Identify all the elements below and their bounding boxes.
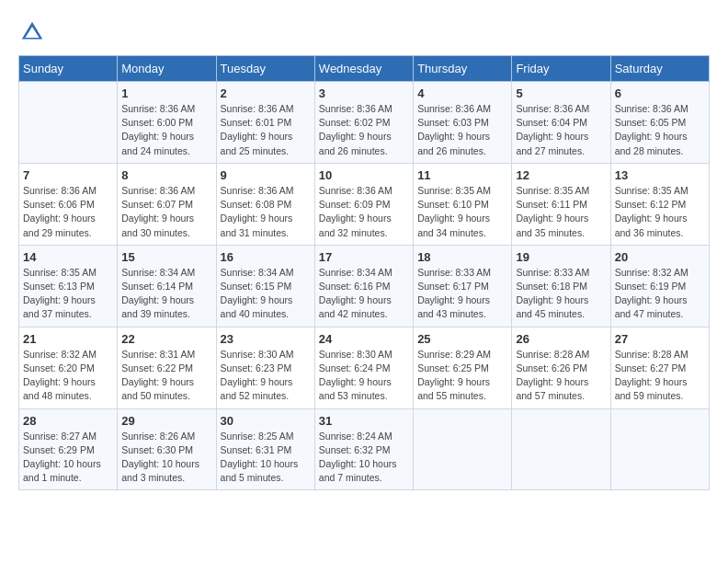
- calendar-cell: 11Sunrise: 8:35 AM Sunset: 6:10 PM Dayli…: [414, 163, 512, 245]
- calendar-cell: 1Sunrise: 8:36 AM Sunset: 6:00 PM Daylig…: [118, 82, 216, 164]
- day-number: 3: [319, 86, 409, 100]
- calendar-cell: 29Sunrise: 8:26 AM Sunset: 6:30 PM Dayli…: [118, 408, 216, 490]
- calendar-cell: 25Sunrise: 8:29 AM Sunset: 6:25 PM Dayli…: [414, 327, 512, 408]
- weekday-header-monday: Monday: [118, 56, 216, 82]
- day-info: Sunrise: 8:36 AM Sunset: 6:09 PM Dayligh…: [319, 184, 409, 240]
- day-info: Sunrise: 8:25 AM Sunset: 6:31 PM Dayligh…: [221, 430, 311, 486]
- calendar-cell: 26Sunrise: 8:28 AM Sunset: 6:26 PM Dayli…: [512, 327, 610, 408]
- day-info: Sunrise: 8:36 AM Sunset: 6:04 PM Dayligh…: [516, 102, 606, 158]
- weekday-header-tuesday: Tuesday: [216, 56, 314, 82]
- calendar-cell: [414, 408, 512, 490]
- weekday-header-saturday: Saturday: [610, 56, 709, 82]
- day-number: 23: [221, 332, 311, 346]
- day-number: 21: [23, 332, 113, 346]
- calendar-cell: 5Sunrise: 8:36 AM Sunset: 6:04 PM Daylig…: [512, 82, 610, 164]
- day-number: 14: [23, 250, 113, 264]
- day-info: Sunrise: 8:27 AM Sunset: 6:29 PM Dayligh…: [23, 430, 113, 486]
- day-info: Sunrise: 8:34 AM Sunset: 6:16 PM Dayligh…: [319, 266, 409, 322]
- day-number: 30: [221, 414, 311, 428]
- calendar-cell: [512, 408, 610, 490]
- day-number: 22: [121, 332, 211, 346]
- calendar-cell: [610, 408, 709, 490]
- calendar-week-5: 28Sunrise: 8:27 AM Sunset: 6:29 PM Dayli…: [19, 408, 710, 490]
- day-number: 24: [319, 332, 409, 346]
- calendar-week-2: 7Sunrise: 8:36 AM Sunset: 6:06 PM Daylig…: [19, 163, 710, 245]
- calendar-cell: 16Sunrise: 8:34 AM Sunset: 6:15 PM Dayli…: [216, 245, 314, 327]
- day-number: 27: [615, 332, 705, 346]
- day-info: Sunrise: 8:35 AM Sunset: 6:12 PM Dayligh…: [615, 184, 705, 240]
- calendar-cell: 6Sunrise: 8:36 AM Sunset: 6:05 PM Daylig…: [610, 82, 709, 164]
- calendar-cell: 4Sunrise: 8:36 AM Sunset: 6:03 PM Daylig…: [414, 82, 512, 164]
- day-number: 12: [516, 168, 606, 182]
- calendar-cell: 31Sunrise: 8:24 AM Sunset: 6:32 PM Dayli…: [314, 408, 413, 490]
- calendar-cell: 23Sunrise: 8:30 AM Sunset: 6:23 PM Dayli…: [216, 327, 314, 408]
- day-info: Sunrise: 8:32 AM Sunset: 6:19 PM Dayligh…: [615, 266, 705, 322]
- calendar-cell: 8Sunrise: 8:36 AM Sunset: 6:07 PM Daylig…: [118, 163, 216, 245]
- day-number: 25: [417, 332, 507, 346]
- calendar-week-4: 21Sunrise: 8:32 AM Sunset: 6:20 PM Dayli…: [19, 327, 710, 408]
- day-info: Sunrise: 8:28 AM Sunset: 6:27 PM Dayligh…: [615, 348, 705, 404]
- day-number: 17: [319, 250, 409, 264]
- day-number: 29: [121, 414, 211, 428]
- day-number: 4: [417, 86, 507, 100]
- day-info: Sunrise: 8:33 AM Sunset: 6:17 PM Dayligh…: [417, 266, 507, 322]
- day-number: 28: [23, 414, 113, 428]
- day-number: 10: [319, 168, 409, 182]
- calendar-cell: 13Sunrise: 8:35 AM Sunset: 6:12 PM Dayli…: [610, 163, 709, 245]
- day-info: Sunrise: 8:33 AM Sunset: 6:18 PM Dayligh…: [516, 266, 606, 322]
- day-info: Sunrise: 8:36 AM Sunset: 6:01 PM Dayligh…: [221, 102, 311, 158]
- calendar-week-3: 14Sunrise: 8:35 AM Sunset: 6:13 PM Dayli…: [19, 245, 710, 327]
- day-info: Sunrise: 8:36 AM Sunset: 6:02 PM Dayligh…: [319, 102, 409, 158]
- day-number: 19: [516, 250, 606, 264]
- calendar-cell: 9Sunrise: 8:36 AM Sunset: 6:08 PM Daylig…: [216, 163, 314, 245]
- weekday-header-wednesday: Wednesday: [314, 56, 413, 82]
- day-info: Sunrise: 8:24 AM Sunset: 6:32 PM Dayligh…: [319, 430, 409, 486]
- calendar-cell: 15Sunrise: 8:34 AM Sunset: 6:14 PM Dayli…: [118, 245, 216, 327]
- day-number: 6: [615, 86, 705, 100]
- calendar-cell: 21Sunrise: 8:32 AM Sunset: 6:20 PM Dayli…: [19, 327, 118, 408]
- day-info: Sunrise: 8:31 AM Sunset: 6:22 PM Dayligh…: [121, 348, 211, 404]
- day-info: Sunrise: 8:32 AM Sunset: 6:20 PM Dayligh…: [23, 348, 113, 404]
- day-info: Sunrise: 8:29 AM Sunset: 6:25 PM Dayligh…: [417, 348, 507, 404]
- day-info: Sunrise: 8:30 AM Sunset: 6:23 PM Dayligh…: [221, 348, 311, 404]
- day-number: 8: [121, 168, 211, 182]
- weekday-header-row: SundayMondayTuesdayWednesdayThursdayFrid…: [19, 56, 710, 82]
- weekday-header-friday: Friday: [512, 56, 610, 82]
- day-number: 5: [516, 86, 606, 100]
- weekday-header-thursday: Thursday: [414, 56, 512, 82]
- day-number: 1: [121, 86, 211, 100]
- day-number: 31: [319, 414, 409, 428]
- day-number: 16: [221, 250, 311, 264]
- day-number: 15: [121, 250, 211, 264]
- day-info: Sunrise: 8:34 AM Sunset: 6:15 PM Dayligh…: [221, 266, 311, 322]
- day-info: Sunrise: 8:26 AM Sunset: 6:30 PM Dayligh…: [121, 430, 211, 486]
- day-info: Sunrise: 8:35 AM Sunset: 6:11 PM Dayligh…: [516, 184, 606, 240]
- calendar-cell: 12Sunrise: 8:35 AM Sunset: 6:11 PM Dayli…: [512, 163, 610, 245]
- day-number: 7: [23, 168, 113, 182]
- day-number: 2: [221, 86, 311, 100]
- day-info: Sunrise: 8:36 AM Sunset: 6:05 PM Dayligh…: [615, 102, 705, 158]
- day-number: 11: [417, 168, 507, 182]
- day-info: Sunrise: 8:36 AM Sunset: 6:08 PM Dayligh…: [221, 184, 311, 240]
- calendar-cell: 3Sunrise: 8:36 AM Sunset: 6:02 PM Daylig…: [314, 82, 413, 164]
- calendar-cell: 28Sunrise: 8:27 AM Sunset: 6:29 PM Dayli…: [19, 408, 118, 490]
- day-number: 20: [615, 250, 705, 264]
- calendar-cell: 14Sunrise: 8:35 AM Sunset: 6:13 PM Dayli…: [19, 245, 118, 327]
- day-info: Sunrise: 8:36 AM Sunset: 6:07 PM Dayligh…: [121, 184, 211, 240]
- day-info: Sunrise: 8:36 AM Sunset: 6:03 PM Dayligh…: [417, 102, 507, 158]
- calendar-cell: 27Sunrise: 8:28 AM Sunset: 6:27 PM Dayli…: [610, 327, 709, 408]
- day-number: 18: [417, 250, 507, 264]
- day-number: 26: [516, 332, 606, 346]
- day-info: Sunrise: 8:28 AM Sunset: 6:26 PM Dayligh…: [516, 348, 606, 404]
- calendar-cell: 2Sunrise: 8:36 AM Sunset: 6:01 PM Daylig…: [216, 82, 314, 164]
- weekday-header-sunday: Sunday: [19, 56, 118, 82]
- calendar-cell: 19Sunrise: 8:33 AM Sunset: 6:18 PM Dayli…: [512, 245, 610, 327]
- day-info: Sunrise: 8:35 AM Sunset: 6:13 PM Dayligh…: [23, 266, 113, 322]
- day-info: Sunrise: 8:35 AM Sunset: 6:10 PM Dayligh…: [417, 184, 507, 240]
- day-info: Sunrise: 8:36 AM Sunset: 6:06 PM Dayligh…: [23, 184, 113, 240]
- calendar-cell: 10Sunrise: 8:36 AM Sunset: 6:09 PM Dayli…: [314, 163, 413, 245]
- page-header: [18, 18, 710, 46]
- day-number: 13: [615, 168, 705, 182]
- calendar-cell: 30Sunrise: 8:25 AM Sunset: 6:31 PM Dayli…: [216, 408, 314, 490]
- day-info: Sunrise: 8:36 AM Sunset: 6:00 PM Dayligh…: [121, 102, 211, 158]
